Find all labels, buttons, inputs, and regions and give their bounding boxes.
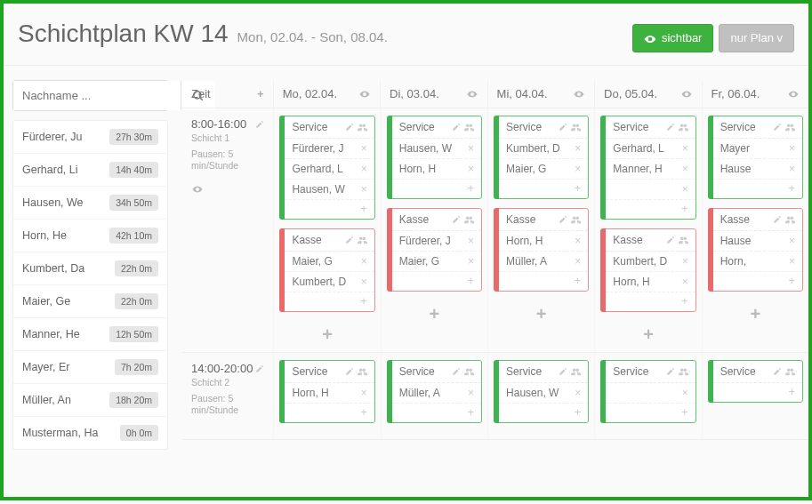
search-input[interactable] [13,81,181,110]
remove-icon[interactable]: × [682,255,688,268]
remove-icon[interactable]: × [682,183,688,196]
add-card-icon[interactable]: + [387,300,482,324]
add-assignee-icon[interactable]: + [499,272,588,291]
remove-icon[interactable]: × [468,142,474,155]
visible-button[interactable]: sichtbar [632,24,714,52]
edit-icon[interactable] [666,365,675,377]
employee-row[interactable]: Manner, He 12h 50m [13,318,167,351]
remove-icon[interactable]: × [789,235,795,247]
shift-card[interactable]: Service Hausen, W×Horn, H× + [387,116,482,199]
edit-icon[interactable] [452,365,461,377]
add-assignee-icon[interactable]: + [392,272,481,291]
remove-icon[interactable]: × [361,276,367,288]
assign-icon[interactable] [679,121,688,132]
remove-icon[interactable]: × [361,387,367,399]
assignee[interactable]: Hausen, W× [392,139,481,159]
remove-icon[interactable]: × [682,387,688,399]
assignee[interactable]: Kumbert, D× [499,139,588,159]
remove-icon[interactable]: × [575,163,581,175]
edit-icon[interactable] [345,365,354,377]
add-assignee-icon[interactable]: + [285,404,374,422]
assignee[interactable]: Müller, A× [392,383,481,404]
shift-card[interactable]: Service Mayer×Hause× + [708,116,803,199]
add-card-icon[interactable]: + [600,321,695,345]
assignee[interactable]: Horn,× [713,252,802,272]
add-assignee-icon[interactable]: + [713,383,802,402]
plan-button[interactable]: nur Plan v [719,24,794,52]
remove-icon[interactable]: × [361,163,367,175]
assign-icon[interactable] [679,234,688,245]
shift-card[interactable]: Service Fürderer, J×Gerhard, L×Hausen, W… [279,116,374,220]
shift-card[interactable]: Service × + [600,360,695,423]
assignee[interactable]: Kumbert, D× [285,272,374,292]
edit-icon[interactable] [255,362,264,375]
assign-icon[interactable] [785,213,795,225]
assign-icon[interactable] [785,365,795,377]
assignee[interactable]: Horn, H× [499,231,588,252]
assignee[interactable]: Manner, H× [606,159,695,180]
edit-icon[interactable] [666,121,675,132]
add-assignee-icon[interactable]: + [499,404,588,422]
employee-row[interactable]: Hausen, We 34h 50m [13,187,167,220]
add-assignee-icon[interactable]: + [285,200,374,219]
remove-icon[interactable]: × [789,163,795,175]
assignee[interactable]: Fürderer, J× [285,139,374,159]
assignee[interactable]: × [606,383,695,404]
assign-icon[interactable] [464,365,474,377]
assignee[interactable]: Maier, G× [392,252,481,272]
remove-icon[interactable]: × [361,142,367,155]
eye-icon[interactable] [466,87,478,100]
assignee[interactable]: Hause× [713,231,802,252]
assignee[interactable]: Mayer× [713,139,802,159]
remove-icon[interactable]: × [682,276,688,288]
assignee[interactable]: Gerhard, L× [285,159,374,180]
eye-icon[interactable] [191,181,264,196]
assign-icon[interactable] [571,121,581,132]
edit-icon[interactable] [452,121,461,132]
add-assignee-icon[interactable]: + [606,200,695,219]
edit-icon[interactable] [773,213,782,225]
add-card-icon[interactable]: + [279,321,374,345]
employee-row[interactable]: Fürderer, Ju 27h 30m [13,121,167,154]
shift-card[interactable]: Kasse Horn, H×Müller, A× + [494,208,589,292]
add-assignee-icon[interactable]: + [606,404,695,422]
assign-icon[interactable] [571,213,581,225]
assign-icon[interactable] [358,365,367,377]
remove-icon[interactable]: × [789,142,795,155]
assignee[interactable]: Maier, G× [499,159,588,180]
remove-icon[interactable]: × [468,387,474,399]
assignee[interactable]: Kumbert, D× [606,252,695,272]
employee-row[interactable]: Gerhard, Li 14h 40m [13,154,167,187]
remove-icon[interactable]: × [468,235,474,247]
edit-icon[interactable] [559,365,567,377]
edit-icon[interactable] [773,365,782,377]
assignee[interactable]: Maier, G× [285,252,374,272]
edit-icon[interactable] [773,121,782,132]
employee-row[interactable]: Mayer, Er 7h 20m [13,351,167,384]
remove-icon[interactable]: × [682,163,688,175]
shift-card[interactable]: Service Hausen, W× + [494,360,589,423]
add-card-icon[interactable]: + [494,300,589,324]
assignee[interactable]: Gerhard, L× [606,139,695,159]
remove-icon[interactable]: × [789,255,795,268]
remove-icon[interactable]: × [575,255,581,268]
assignee[interactable]: Hausen, W× [499,383,588,404]
shift-card[interactable]: Kasse Fürderer, J×Maier, G× + [387,208,482,292]
eye-icon[interactable] [573,87,585,100]
add-time-icon[interactable]: + [257,87,264,100]
assignee[interactable]: Fürderer, J× [392,231,481,252]
remove-icon[interactable]: × [468,255,474,268]
eye-icon[interactable] [680,87,693,100]
shift-card[interactable]: Service Kumbert, D×Maier, G× + [494,116,589,199]
shift-card[interactable]: Kasse Hause×Horn,× + [708,208,803,292]
edit-icon[interactable] [559,121,567,132]
add-assignee-icon[interactable]: + [392,180,481,198]
shift-card[interactable]: Kasse Maier, G×Kumbert, D× + [279,228,374,312]
employee-row[interactable]: Maier, Ge 22h 0m [13,285,167,318]
edit-icon[interactable] [345,234,354,245]
remove-icon[interactable]: × [468,163,474,175]
remove-icon[interactable]: × [575,142,581,155]
assign-icon[interactable] [358,234,367,245]
remove-icon[interactable]: × [575,235,581,247]
add-card-icon[interactable]: + [708,300,803,324]
